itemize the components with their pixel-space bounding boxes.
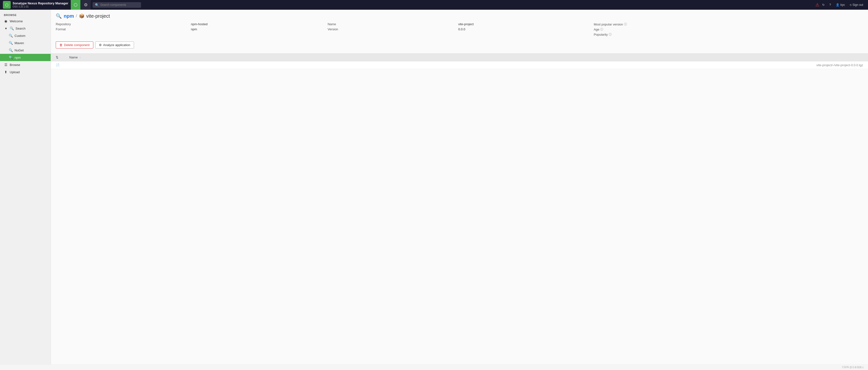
refresh-button[interactable]: ↻ bbox=[820, 2, 827, 7]
search-icon: 🔍 bbox=[9, 41, 12, 45]
delete-icon: 🗑 bbox=[59, 43, 63, 47]
sidebar-item-browse[interactable]: ☰ Browse bbox=[0, 61, 51, 68]
user-icon: 👤 bbox=[836, 3, 839, 6]
name-value: vite-project bbox=[458, 22, 590, 26]
welcome-icon: ◉ bbox=[4, 19, 8, 23]
popularity-info-icon[interactable]: ⓘ bbox=[609, 32, 612, 37]
gear-icon: ⚙ bbox=[84, 2, 88, 7]
sort-handle-icon: ⇅ bbox=[56, 56, 58, 59]
files-table: ⇅ Name ↑ 📄 vite-project/-/vite-project-0… bbox=[51, 53, 868, 69]
sidebar-item-label: NuGet bbox=[14, 49, 24, 52]
help-icon: ? bbox=[830, 3, 831, 6]
signout-label: Sign out bbox=[852, 3, 863, 6]
name-col-label: Name bbox=[69, 56, 78, 59]
main-layout: Browse ◉ Welcome ▾ 🔍 Search 🔍 Custom 🔍 M… bbox=[0, 10, 868, 364]
user-button[interactable]: 👤 byc bbox=[834, 2, 847, 7]
package-name: vite-project bbox=[86, 13, 110, 19]
format-label: Format bbox=[56, 27, 187, 31]
file-icon: 📄 bbox=[56, 63, 60, 67]
warning-icon[interactable]: ⚠ bbox=[815, 2, 819, 7]
analyze-label: Analyze application bbox=[103, 43, 130, 47]
sidebar-item-label: Upload bbox=[10, 70, 20, 74]
sidebar-item-label: Browse bbox=[10, 63, 20, 67]
action-bar: 🗑 Delete component ⚙ Analyze application bbox=[51, 40, 868, 52]
refresh-icon: ↻ bbox=[822, 3, 825, 6]
age-label: Age ⓘ bbox=[594, 27, 743, 31]
format-value: npm bbox=[191, 27, 324, 31]
file-path-cell[interactable]: vite-project/-/vite-project-0.0.0.tgz bbox=[64, 61, 868, 69]
repository-value: npm-hosted bbox=[191, 22, 324, 26]
popularity-label: Popularity ⓘ bbox=[594, 32, 743, 37]
sidebar-item-welcome[interactable]: ◉ Welcome bbox=[0, 18, 51, 25]
footer-text: CSDN @元各指路人 bbox=[842, 366, 864, 369]
search-icon: 🔍 bbox=[9, 34, 12, 37]
chevron-down-icon: ▾ bbox=[4, 26, 8, 30]
sidebar-item-npm[interactable]: 🔍 npm bbox=[0, 54, 51, 61]
signout-button[interactable]: ⎋ Sign out bbox=[848, 2, 865, 7]
info-icon[interactable]: ⓘ bbox=[624, 22, 627, 26]
app-logo-icon: ⬡ bbox=[3, 1, 11, 9]
main-content: 🔍 npm / 📦 vite-project Repository npm-ho… bbox=[51, 10, 868, 364]
search-icon: 🔍 bbox=[95, 3, 99, 7]
sort-asc-icon: ↑ bbox=[80, 56, 81, 59]
sidebar-item-custom[interactable]: 🔍 Custom bbox=[0, 32, 51, 39]
analyze-application-button[interactable]: ⚙ Analyze application bbox=[95, 41, 134, 49]
search-icon: 🔍 bbox=[10, 26, 13, 30]
app-name: Sonatype Nexus Repository Manager bbox=[12, 1, 68, 5]
sidebar-item-label: Search bbox=[16, 27, 26, 30]
name-label: Name bbox=[328, 22, 454, 26]
browse-icon: ☰ bbox=[4, 63, 8, 67]
sidebar-item-label: npm bbox=[14, 56, 21, 59]
repository-label: Repository bbox=[56, 22, 187, 26]
breadcrumb: 🔍 npm / 📦 vite-project bbox=[51, 10, 868, 22]
age-info-icon[interactable]: ⓘ bbox=[600, 27, 603, 31]
search-icon: 🔍 bbox=[9, 48, 12, 52]
file-path: vite-project/-/vite-project-0.0.0.tgz bbox=[816, 63, 863, 67]
analyze-icon: ⚙ bbox=[99, 43, 102, 47]
sidebar: Browse ◉ Welcome ▾ 🔍 Search 🔍 Custom 🔍 M… bbox=[0, 10, 51, 364]
app-logo: ⬡ Sonatype Nexus Repository Manager OSS … bbox=[3, 1, 68, 9]
search-input[interactable] bbox=[100, 3, 138, 6]
footer: CSDN @元各指路人 bbox=[0, 364, 868, 370]
sidebar-browse-label: Browse bbox=[0, 12, 51, 18]
signout-icon: ⎋ bbox=[850, 3, 851, 6]
upload-icon: ⬆ bbox=[4, 70, 8, 74]
table-row[interactable]: 📄 vite-project/-/vite-project-0.0.0.tgz bbox=[51, 61, 868, 69]
npm-breadcrumb-link[interactable]: npm bbox=[64, 13, 74, 19]
sidebar-item-nuget[interactable]: 🔍 NuGet bbox=[0, 47, 51, 54]
sidebar-item-label: Maven bbox=[14, 41, 24, 45]
browse-nav-button[interactable]: ⬡ bbox=[71, 0, 81, 10]
sidebar-item-maven[interactable]: 🔍 Maven bbox=[0, 39, 51, 47]
version-value: 0.0.0 bbox=[458, 27, 590, 31]
username-label: byc bbox=[840, 3, 845, 6]
component-search-box[interactable]: 🔍 bbox=[93, 2, 141, 8]
sidebar-item-upload[interactable]: ⬆ Upload bbox=[0, 68, 51, 76]
delete-label: Delete component bbox=[64, 43, 90, 47]
file-icon-cell: 📄 bbox=[51, 61, 64, 69]
sidebar-item-search[interactable]: ▾ 🔍 Search bbox=[0, 25, 51, 32]
delete-component-button[interactable]: 🗑 Delete component bbox=[56, 41, 93, 49]
sidebar-item-label: Custom bbox=[14, 34, 26, 37]
name-column-header[interactable]: Name ↑ bbox=[64, 54, 868, 61]
topnav-right: ⚠ ↻ ? 👤 byc ⎋ Sign out bbox=[815, 2, 865, 7]
version-label: Version bbox=[328, 27, 454, 31]
help-button[interactable]: ? bbox=[828, 2, 833, 7]
package-icon: 📦 bbox=[79, 13, 84, 19]
settings-nav-button[interactable]: ⚙ bbox=[81, 0, 91, 10]
search-icon: 🔍 bbox=[9, 56, 12, 59]
metadata-table: Repository npm-hosted Name vite-project … bbox=[51, 22, 868, 40]
most-popular-label: Most popular version ⓘ bbox=[594, 22, 743, 26]
sidebar-item-label: Welcome bbox=[10, 20, 23, 23]
app-version: OSS 3.20.1-01 bbox=[12, 5, 68, 8]
breadcrumb-separator: / bbox=[76, 14, 77, 18]
sort-handle-col[interactable]: ⇅ bbox=[51, 54, 64, 61]
app-title: Sonatype Nexus Repository Manager OSS 3.… bbox=[12, 1, 68, 8]
top-navigation: ⬡ Sonatype Nexus Repository Manager OSS … bbox=[0, 0, 868, 10]
search-icon: 🔍 bbox=[56, 13, 62, 19]
